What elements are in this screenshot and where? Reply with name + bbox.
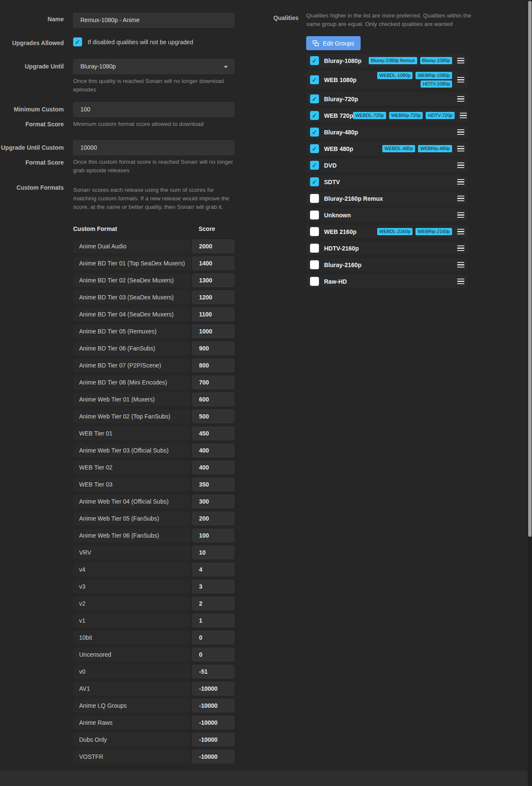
quality-row[interactable]: WEB 2160pWEBDL-2160pWEBRip-2160p <box>306 225 468 238</box>
custom-format-name: Dubs Only <box>73 733 191 746</box>
custom-format-score-input[interactable]: 1 <box>192 614 234 627</box>
custom-format-score-input[interactable]: 1200 <box>192 290 234 304</box>
custom-format-score-input[interactable]: -10000 <box>192 750 234 763</box>
quality-name: Bluray-2160p <box>324 262 361 268</box>
custom-format-score-input[interactable]: -10000 <box>192 699 234 712</box>
drag-handle-icon[interactable] <box>457 146 464 152</box>
custom-format-score-input[interactable]: 300 <box>192 495 234 508</box>
quality-badges: Bluray-1080p RemuxBluray-1080p <box>369 57 452 64</box>
quality-checkbox[interactable] <box>310 227 319 236</box>
custom-format-score-input[interactable]: 10 <box>192 546 234 559</box>
quality-checkbox[interactable]: ✓ <box>310 94 319 103</box>
custom-format-score-input[interactable]: 1300 <box>192 273 234 287</box>
custom-format-name: VRV <box>73 546 191 559</box>
drag-handle-icon[interactable] <box>457 212 464 218</box>
custom-format-score-input[interactable]: -51 <box>192 665 234 678</box>
upgrade-until-value: Bluray-1080p <box>80 63 116 70</box>
quality-row[interactable]: ✓SDTV <box>306 175 468 188</box>
custom-format-score-input[interactable]: -10000 <box>192 716 234 729</box>
quality-row[interactable]: Bluray-2160p Remux <box>306 192 468 205</box>
quality-row[interactable]: ✓Bluray-720p <box>306 92 468 105</box>
quality-checkbox[interactable] <box>310 211 319 219</box>
quality-checkbox[interactable] <box>310 244 319 253</box>
quality-name: SDTV <box>324 179 340 185</box>
drag-handle-icon[interactable] <box>457 262 464 268</box>
chevron-down-icon <box>224 66 228 68</box>
quality-checkbox[interactable]: ✓ <box>310 128 319 137</box>
custom-format-name: v4 <box>73 563 191 576</box>
custom-format-score-input[interactable]: 450 <box>192 427 234 440</box>
drag-handle-icon[interactable] <box>457 279 464 285</box>
custom-format-score-input[interactable]: 500 <box>192 410 234 423</box>
drag-handle-icon[interactable] <box>457 58 464 64</box>
custom-format-score-input[interactable]: 4 <box>192 563 234 576</box>
quality-checkbox[interactable]: ✓ <box>310 144 319 153</box>
quality-name: Bluray-480p <box>324 129 358 136</box>
custom-format-score-input[interactable]: 400 <box>192 461 234 474</box>
upgrade-until-custom-format-score-input[interactable]: 10000 <box>73 140 234 155</box>
drag-handle-icon[interactable] <box>457 245 464 251</box>
quality-name: HDTV-2160p <box>324 245 359 252</box>
custom-format-score-input[interactable]: 900 <box>192 342 234 355</box>
custom-format-score-input[interactable]: 3 <box>192 580 234 593</box>
quality-row[interactable]: Bluray-2160p <box>306 258 468 271</box>
drag-handle-icon[interactable] <box>460 113 467 119</box>
quality-row[interactable]: ✓Bluray-480p <box>306 125 468 139</box>
quality-checkbox[interactable]: ✓ <box>310 56 319 65</box>
quality-row[interactable]: ✓Bluray-1080pBluray-1080p RemuxBluray-10… <box>306 54 468 67</box>
scrollbar-thumb[interactable] <box>528 1 532 537</box>
drag-handle-icon[interactable] <box>457 179 464 185</box>
drag-handle-icon[interactable] <box>457 96 464 102</box>
drag-handle-icon[interactable] <box>457 196 464 202</box>
custom-format-row: Anime Raws-10000 <box>73 716 234 729</box>
custom-format-row: WEB Tier 02400 <box>73 461 234 474</box>
quality-row[interactable]: HDTV-2160p <box>306 242 468 255</box>
quality-badge: Bluray-1080p <box>420 57 452 64</box>
custom-format-score-input[interactable]: 800 <box>192 359 234 372</box>
drag-handle-icon[interactable] <box>457 129 464 135</box>
min-custom-format-score-input[interactable]: 100 <box>73 102 234 117</box>
drag-handle-icon[interactable] <box>457 77 464 83</box>
edit-groups-button[interactable]: Edit Groups <box>306 36 361 50</box>
quality-checkbox[interactable]: ✓ <box>310 177 319 186</box>
custom-format-score-input[interactable]: 400 <box>192 444 234 457</box>
custom-format-score-input[interactable]: 0 <box>192 631 234 644</box>
custom-format-score-input[interactable]: -10000 <box>192 733 234 746</box>
quality-checkbox[interactable]: ✓ <box>310 111 319 120</box>
drag-handle-icon[interactable] <box>457 162 464 168</box>
upgrades-allowed-checkbox[interactable]: ✓ <box>73 37 82 46</box>
name-input[interactable]: Remux-1080p - Anime <box>73 13 234 28</box>
quality-checkbox[interactable]: ✓ <box>310 75 319 84</box>
quality-checkbox[interactable] <box>310 194 319 203</box>
quality-checkbox[interactable] <box>310 260 319 269</box>
custom-format-score-input[interactable]: 600 <box>192 393 234 406</box>
quality-row[interactable]: ✓WEB 720pWEBDL-720pWEBRip-720pHDTV-720p <box>306 109 468 122</box>
quality-row[interactable]: Unknown <box>306 208 468 222</box>
quality-checkbox[interactable]: ✓ <box>310 161 319 170</box>
scrollbar-track[interactable] <box>528 0 532 786</box>
score-column-header: Score <box>192 225 234 233</box>
upgrades-allowed-label: Upgrades Allowed <box>0 36 64 51</box>
quality-name: WEB 2160p <box>324 228 356 235</box>
upgrade-until-select[interactable]: Bluray-1080p <box>73 59 234 74</box>
custom-format-score-input[interactable]: 2 <box>192 597 234 610</box>
quality-row[interactable]: ✓WEB 480pWEBDL-480pWEBRip-480p <box>306 142 468 155</box>
custom-format-score-input[interactable]: 0 <box>192 648 234 661</box>
custom-format-score-input[interactable]: 1400 <box>192 256 234 270</box>
custom-format-score-input[interactable]: -10000 <box>192 682 234 695</box>
custom-format-score-input[interactable]: 100 <box>192 529 234 542</box>
custom-format-score-input[interactable]: 1100 <box>192 308 234 321</box>
quality-row[interactable]: ✓WEB 1080pWEBDL-1080pWEBRip-1080pHDTV-10… <box>306 71 468 89</box>
quality-name: WEB 720p <box>324 112 353 119</box>
drag-handle-icon[interactable] <box>457 229 464 235</box>
custom-format-score-input[interactable]: 2000 <box>192 239 234 253</box>
custom-format-score-input[interactable]: 350 <box>192 478 234 491</box>
quality-checkbox[interactable] <box>310 277 319 286</box>
custom-format-name: WEB Tier 03 <box>73 478 191 491</box>
quality-name: DVD <box>324 162 337 169</box>
quality-row[interactable]: Raw-HD <box>306 275 468 288</box>
custom-format-score-input[interactable]: 200 <box>192 512 234 525</box>
custom-format-score-input[interactable]: 1000 <box>192 325 234 338</box>
custom-format-score-input[interactable]: 700 <box>192 376 234 389</box>
quality-row[interactable]: ✓DVD <box>306 159 468 172</box>
